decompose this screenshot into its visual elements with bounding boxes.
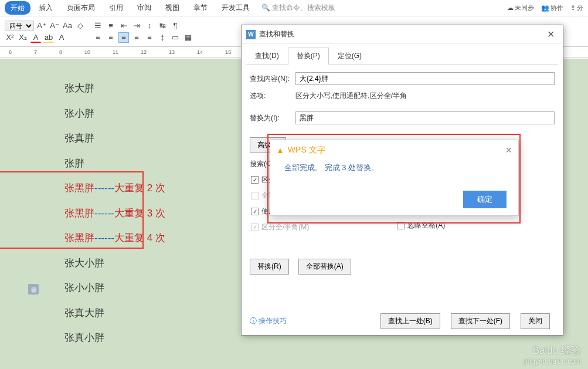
find-next-button[interactable]: 查找下一处(F) bbox=[451, 313, 510, 329]
borders-icon[interactable]: ▦ bbox=[183, 32, 193, 43]
find-input[interactable] bbox=[295, 72, 555, 85]
tab-icon[interactable]: ↹ bbox=[157, 21, 168, 31]
outline-icon[interactable]: ▤ bbox=[28, 284, 39, 294]
distribute-icon[interactable]: ≡ bbox=[144, 32, 155, 43]
align-right-icon[interactable]: ≡ bbox=[131, 32, 142, 43]
options-label: 选项: bbox=[250, 91, 291, 101]
menu-insert[interactable]: 插入 bbox=[33, 1, 59, 15]
help-link[interactable]: ⓘ 操作技巧 bbox=[250, 316, 287, 326]
shading-icon[interactable]: ▭ bbox=[170, 32, 181, 43]
increase-font-icon[interactable]: A⁺ bbox=[36, 21, 47, 31]
menu-review[interactable]: 审阅 bbox=[131, 1, 157, 15]
align-left-icon[interactable]: ≡ bbox=[93, 32, 103, 43]
alert-message: 全部完成。 完成 3 处替换。 bbox=[270, 160, 518, 184]
find-replace-dialog: W 查找和替换 ✕ 查找(D) 替换(P) 定位(G) 查找内容(N): 选项:… bbox=[241, 25, 563, 336]
tab-find[interactable]: 查找(D) bbox=[246, 48, 288, 65]
tab-replace[interactable]: 替换(P) bbox=[288, 48, 329, 65]
font-color-icon[interactable]: A bbox=[30, 32, 41, 43]
replace-label: 替换为(I): bbox=[250, 113, 291, 123]
highlight-icon[interactable]: ab bbox=[43, 32, 54, 43]
check-width: 区分全/半角(M) bbox=[251, 222, 309, 232]
command-search[interactable]: 🔍 查找命令、搜索模板 bbox=[258, 3, 335, 13]
app-icon: W bbox=[246, 30, 256, 39]
share-button[interactable]: ⇪ 分 bbox=[570, 4, 583, 12]
dialog-title: 查找和替换 bbox=[259, 29, 294, 39]
superscript-icon[interactable]: X² bbox=[5, 32, 15, 43]
numbering-icon[interactable]: ≡ bbox=[106, 21, 116, 31]
alert-dialog: ▲ WPS 文字 ✕ 全部完成。 完成 3 处替换。 确定 bbox=[270, 140, 519, 216]
menu-layout[interactable]: 页面布局 bbox=[61, 1, 101, 15]
decrease-indent-icon[interactable]: ⇤ bbox=[118, 21, 129, 31]
replace-button[interactable]: 替换(R) bbox=[250, 259, 289, 275]
coop-button[interactable]: 👥 协作 bbox=[541, 4, 563, 12]
menu-view[interactable]: 视图 bbox=[159, 1, 185, 15]
close-button[interactable]: 关闭 bbox=[521, 313, 550, 329]
main-menu: 开始 插入 页面布局 引用 审阅 视图 章节 开发工具 🔍 查找命令、搜索模板 … bbox=[0, 0, 588, 16]
replace-input[interactable] bbox=[295, 111, 555, 124]
replace-all-button[interactable]: 全部替换(A) bbox=[298, 259, 351, 275]
alert-ok-button[interactable]: 确定 bbox=[463, 191, 507, 208]
warning-icon: ▲ bbox=[276, 145, 284, 155]
alert-title: WPS 文字 bbox=[288, 145, 325, 155]
menu-dev[interactable]: 开发工具 bbox=[216, 1, 256, 15]
clear-format-icon[interactable]: ◇ bbox=[75, 21, 86, 31]
font-size-select[interactable]: 四号 bbox=[5, 21, 34, 31]
menu-ref[interactable]: 引用 bbox=[103, 1, 129, 15]
bullets-icon[interactable]: ☰ bbox=[93, 21, 103, 31]
find-label: 查找内容(N): bbox=[250, 74, 291, 84]
align-justify-icon[interactable]: ≡ bbox=[118, 32, 129, 43]
alert-close-icon[interactable]: ✕ bbox=[505, 145, 512, 155]
close-icon[interactable]: ✕ bbox=[543, 28, 558, 41]
check-ignore-space[interactable]: 忽略空格(A) bbox=[397, 221, 459, 231]
decrease-font-icon[interactable]: A⁻ bbox=[49, 21, 60, 31]
tab-goto[interactable]: 定位(G) bbox=[329, 48, 371, 65]
case-icon[interactable]: Aa bbox=[62, 21, 73, 31]
line-spacing-icon[interactable]: ‡ bbox=[157, 32, 168, 43]
menu-start[interactable]: 开始 bbox=[5, 1, 30, 15]
sync-status[interactable]: ☁ 未同步 bbox=[507, 4, 534, 12]
annotation-box bbox=[0, 171, 144, 249]
find-prev-button[interactable]: 查找上一处(B) bbox=[380, 313, 440, 329]
watermark: Baidu 经验 jingyan.baidu.com bbox=[524, 344, 581, 365]
options-value: 区分大小写,使用通配符,区分全/半角 bbox=[295, 91, 407, 101]
align-center-icon[interactable]: ≡ bbox=[106, 32, 116, 43]
subscript-icon[interactable]: X₂ bbox=[18, 32, 28, 43]
font-effect-icon[interactable]: A bbox=[56, 32, 67, 43]
sort-icon[interactable]: ↕ bbox=[144, 21, 155, 31]
increase-indent-icon[interactable]: ⇥ bbox=[131, 21, 142, 31]
para-icon[interactable]: ¶ bbox=[170, 21, 181, 31]
menu-chapter[interactable]: 章节 bbox=[188, 1, 213, 15]
